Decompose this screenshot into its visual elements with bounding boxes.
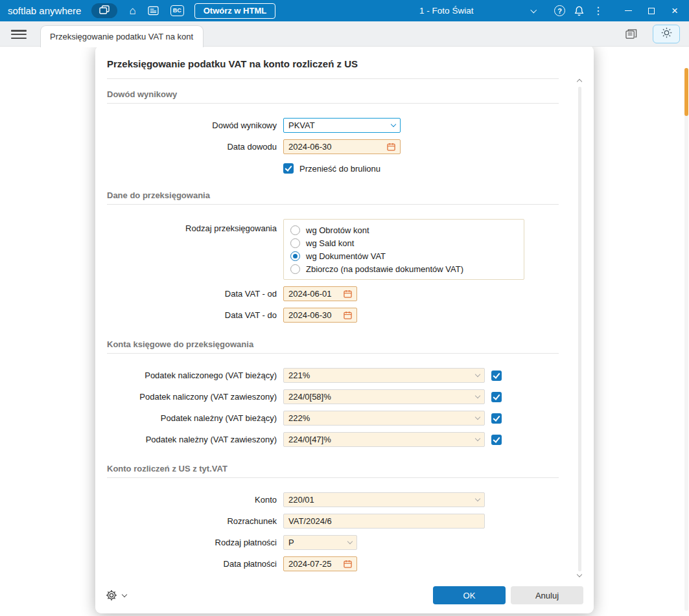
data-vat-od-input[interactable]	[288, 289, 341, 299]
scroll-indicator[interactable]	[684, 68, 688, 116]
app-brand: softlab anywhere	[8, 5, 81, 16]
vat-transfer-dialog: Przeksięgowanie podatku VAT na konto roz…	[95, 45, 594, 613]
podatek-naliczony-zawieszony-label: Podatek naliczony (VAT zawieszony)	[107, 392, 283, 402]
data-vat-do-input[interactable]	[288, 310, 341, 320]
scroll-down-icon[interactable]	[577, 572, 582, 577]
podatek-naliczonego-biezacy-combo[interactable]: 221%	[283, 368, 485, 383]
data-platnosci-label: Data płatności	[107, 559, 283, 569]
radio-wg-dokumentow[interactable]: wg Dokumentów VAT	[290, 249, 517, 262]
data-platnosci-field[interactable]	[283, 556, 357, 571]
cancel-button[interactable]: Anuluj	[511, 586, 583, 604]
data-dowodu-field[interactable]	[283, 139, 401, 154]
podatek-nalezny-biezacy-combo[interactable]: 222%	[283, 411, 485, 426]
radio-label: wg Sald kont	[306, 238, 354, 248]
podatek-nalezny-zawieszony-checkbox[interactable]	[491, 435, 502, 445]
section-header-konta: Konta księgowe do przeksięgowania	[107, 339, 559, 354]
bell-icon[interactable]	[574, 3, 584, 19]
data-dowodu-input[interactable]	[288, 142, 384, 152]
top-app-bar: softlab anywhere ⌂ BC Otwórz w HTML 1 - …	[0, 0, 689, 21]
documents-panel-icon[interactable]	[625, 29, 637, 42]
data-vat-od-field[interactable]	[283, 286, 357, 301]
podatek-nalezny-zawieszony-combo[interactable]: 224/0[47]%	[283, 432, 485, 447]
dialog-scrollbar[interactable]	[576, 78, 583, 576]
chevron-down-icon	[475, 372, 480, 377]
combo-value: 222%	[288, 413, 310, 423]
dowod-wynikowy-select[interactable]: PKVAT	[283, 118, 401, 133]
company-name: 1 - Foto Świat	[419, 6, 473, 16]
konto-combo[interactable]: 220/01	[283, 492, 485, 507]
podatek-naliczony-zawieszony-combo[interactable]: 224/0[58]%	[283, 389, 485, 404]
podatek-naliczony-zawieszony-checkbox[interactable]	[491, 392, 502, 402]
settings-menu-button[interactable]	[106, 589, 126, 601]
section-header-rozliczenia: Konto rozliczeń z US z tyt.VAT	[107, 464, 559, 478]
combo-value: P	[288, 538, 294, 547]
combo-value: 224/0[58]%	[288, 392, 331, 402]
news-icon[interactable]	[148, 3, 159, 19]
rodzaj-przeksiegowania-label: Rodzaj przeksięgowania	[107, 219, 283, 233]
scroll-up-icon[interactable]	[577, 79, 582, 84]
gear-icon	[106, 589, 117, 601]
calendar-icon[interactable]	[344, 311, 352, 319]
radio-zbiorczo[interactable]: Zbiorczo (na podstawie dokumentów VAT)	[290, 262, 517, 275]
close-button[interactable]: ×	[666, 3, 684, 19]
calendar-icon[interactable]	[387, 143, 395, 151]
dialog-title: Przeksięgowanie podatku VAT na konto roz…	[107, 45, 559, 79]
combo-value: 224/0[47]%	[288, 435, 331, 444]
przeniesc-do-brulionu-label: Przenieść do brulionu	[299, 164, 380, 174]
podatek-nalezny-zawieszony-label: Podatek należny (VAT zawieszony)	[107, 435, 283, 444]
calendar-icon[interactable]	[344, 560, 352, 568]
chevron-down-icon	[122, 591, 127, 597]
radio-wg-obrotow[interactable]: wg Obrotów kont	[290, 223, 517, 236]
konto-label: Konto	[107, 495, 283, 505]
rodzaj-platnosci-label: Rodzaj płatności	[107, 538, 283, 547]
cube-icon	[99, 5, 110, 17]
maximize-button[interactable]	[642, 3, 660, 19]
data-vat-od-label: Data VAT - od	[107, 289, 283, 299]
section-header-dowod: Dowód wynikowy	[107, 89, 559, 104]
tab-active[interactable]: Przeksięgowanie podatku VAT na kont	[40, 25, 204, 47]
przeniesc-do-brulionu-checkbox[interactable]	[283, 163, 294, 174]
maximize-icon	[648, 8, 655, 14]
rozrachunek-input[interactable]	[288, 516, 480, 526]
chevron-down-icon	[347, 539, 353, 544]
radio-icon[interactable]	[290, 238, 300, 248]
dowod-wynikowy-label: Dowód wynikowy	[107, 120, 283, 130]
home-icon[interactable]: ⌂	[129, 3, 135, 19]
data-vat-do-field[interactable]	[283, 308, 357, 323]
data-platnosci-input[interactable]	[288, 559, 341, 569]
sun-icon	[661, 27, 672, 41]
open-in-html-button[interactable]: Otwórz w HTML	[194, 3, 276, 19]
minimize-icon	[625, 10, 632, 12]
calendar-icon[interactable]	[344, 290, 352, 298]
radio-wg-sald[interactable]: wg Sald kont	[290, 236, 517, 249]
radio-label: wg Dokumentów VAT	[306, 251, 386, 261]
dialog-content: Dowód wynikowy Dowód wynikowy PKVAT Data…	[95, 89, 594, 571]
kebab-menu-icon[interactable]: ⋮	[593, 5, 603, 17]
radio-icon[interactable]	[290, 225, 300, 235]
menu-icon[interactable]	[11, 30, 27, 41]
company-selector[interactable]: 1 - Foto Świat	[362, 0, 544, 21]
help-icon[interactable]: ?	[554, 5, 565, 16]
minimize-button[interactable]	[619, 3, 637, 19]
bc-module-icon[interactable]: BC	[170, 5, 184, 16]
rozrachunek-field[interactable]	[283, 514, 485, 529]
rodzaj-przeksiegowania-group: wg Obrotów kont wg Sald kont wg Dokument…	[283, 219, 524, 280]
radio-label: wg Obrotów kont	[306, 225, 369, 235]
radio-selected-icon[interactable]	[290, 251, 300, 261]
rozrachunek-label: Rozrachunek	[107, 516, 283, 526]
ok-button[interactable]: OK	[433, 586, 506, 604]
theme-sun-button[interactable]	[653, 25, 680, 43]
podatek-naliczonego-biezacy-checkbox[interactable]	[491, 371, 502, 381]
radio-icon[interactable]	[290, 264, 300, 274]
window-scrollbar[interactable]	[684, 68, 688, 611]
podatek-nalezny-biezacy-checkbox[interactable]	[491, 413, 502, 424]
workspace-switcher-button[interactable]	[91, 3, 117, 18]
combo-value: 221%	[288, 371, 310, 380]
data-dowodu-label: Data dowodu	[107, 142, 283, 152]
scrollbar-track[interactable]	[578, 87, 581, 571]
tab-bar: Przeksięgowanie podatku VAT na kont	[0, 21, 689, 47]
chevron-down-icon	[475, 496, 480, 501]
chevron-down-icon	[530, 6, 536, 12]
rodzaj-platnosci-combo[interactable]: P	[283, 535, 357, 550]
section-header-dane: Dane do przeksięgowania	[107, 190, 559, 205]
